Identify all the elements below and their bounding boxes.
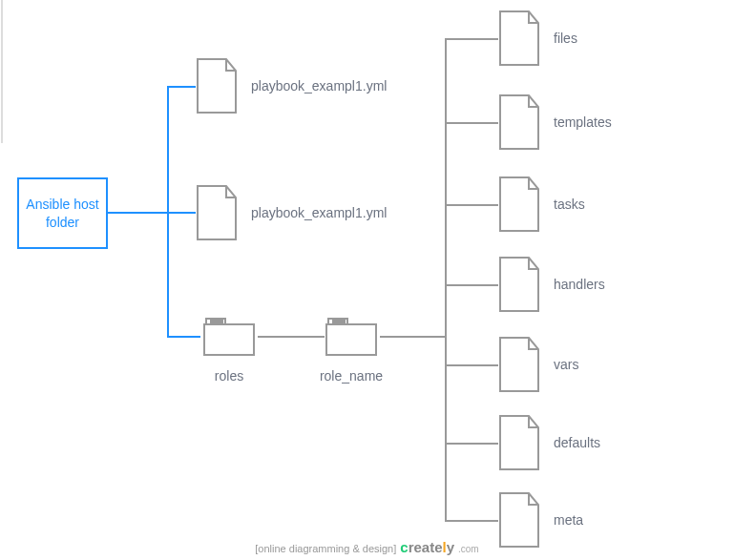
- defaults-label: defaults: [554, 435, 600, 450]
- roles-label: roles: [215, 368, 243, 384]
- connector: [445, 443, 498, 445]
- connector: [167, 336, 200, 338]
- connector: [167, 212, 196, 214]
- node-handlers: handlers: [496, 256, 605, 313]
- connector: [445, 38, 498, 40]
- connector: [380, 336, 447, 338]
- file-icon: [496, 336, 542, 393]
- connector: [445, 204, 498, 206]
- vars-label: vars: [554, 357, 578, 372]
- footer-suffix: .com: [458, 544, 479, 554]
- templates-label: templates: [554, 114, 612, 130]
- files-label: files: [554, 31, 577, 46]
- connector: [445, 364, 498, 366]
- node-playbook-2: playbook_exampl1.yml: [194, 184, 387, 241]
- playbook-2-label: playbook_exampl1.yml: [251, 205, 387, 220]
- file-icon: [496, 414, 542, 471]
- role-name-label: role_name: [320, 368, 383, 384]
- connector: [108, 212, 167, 214]
- handlers-label: handlers: [554, 277, 605, 292]
- svg-rect-0: [210, 319, 223, 323]
- node-vars: vars: [496, 336, 578, 393]
- file-icon: [496, 10, 542, 67]
- file-icon: [194, 57, 240, 114]
- node-defaults: defaults: [496, 414, 600, 471]
- playbook-1-label: playbook_exampl1.yml: [251, 78, 387, 93]
- footer-attribution: [online diagramming & design] creately .…: [255, 539, 478, 555]
- file-icon: [496, 176, 542, 233]
- connector: [445, 38, 447, 521]
- meta-label: meta: [554, 512, 583, 528]
- file-icon: [496, 491, 542, 549]
- file-icon: [496, 256, 542, 313]
- connector: [167, 86, 196, 88]
- left-edge-line: [1, 0, 3, 143]
- node-tasks: tasks: [496, 176, 585, 233]
- footer-brand: creately: [400, 539, 454, 555]
- node-templates: templates: [496, 93, 612, 151]
- svg-rect-1: [332, 319, 346, 323]
- node-playbook-1: playbook_exampl1.yml: [194, 57, 387, 114]
- file-icon: [194, 184, 240, 241]
- folder-icon: roles: [200, 313, 258, 359]
- connector: [445, 520, 498, 522]
- node-meta: meta: [496, 491, 583, 549]
- node-roles: roles: [200, 313, 258, 359]
- connector: [258, 336, 325, 338]
- folder-icon: role_name: [323, 313, 380, 359]
- node-files: files: [496, 10, 577, 67]
- footer-prefix: [online diagramming & design]: [255, 543, 396, 554]
- node-role-name: role_name: [323, 313, 380, 359]
- root-label: Ansible hostfolder: [26, 196, 98, 230]
- tasks-label: tasks: [554, 197, 585, 212]
- root-box: Ansible hostfolder: [17, 177, 108, 249]
- root-node: Ansible hostfolder: [17, 177, 108, 249]
- file-icon: [496, 93, 542, 151]
- connector: [445, 122, 498, 124]
- connector: [445, 284, 498, 286]
